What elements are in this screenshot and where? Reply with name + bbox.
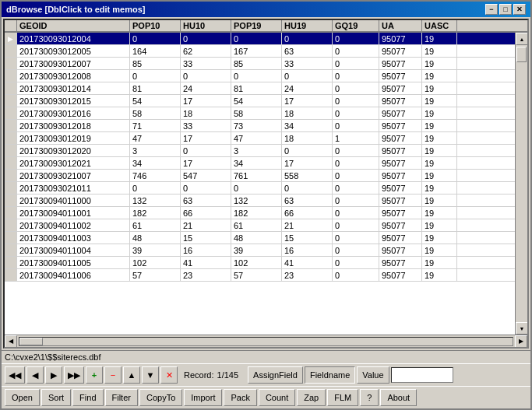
horizontal-scrollbar[interactable]: ◀ ▶ bbox=[5, 335, 527, 347]
table-row[interactable]: 2017300940110065723572309507719 bbox=[5, 269, 527, 282]
row-indicator bbox=[5, 182, 17, 194]
find-button[interactable]: Find bbox=[72, 389, 103, 406]
scroll-left-button[interactable]: ◀ bbox=[5, 335, 17, 348]
filter-button[interactable]: Filter bbox=[105, 389, 138, 406]
table-row[interactable]: 201730093021011000009507719 bbox=[5, 182, 527, 194]
scroll-thumb[interactable] bbox=[516, 47, 527, 62]
table-cell: 95077 bbox=[379, 157, 422, 169]
table-cell: 66 bbox=[282, 207, 333, 219]
nav-prev-button[interactable]: ◀ bbox=[26, 366, 44, 384]
row-indicator bbox=[5, 120, 17, 131]
pack-button[interactable]: Pack bbox=[224, 389, 256, 406]
table-cell: 102 bbox=[231, 257, 282, 268]
table-cell: 63 bbox=[282, 194, 333, 206]
scroll-right-button[interactable]: ▶ bbox=[515, 335, 527, 348]
table-cell: 0 bbox=[333, 182, 379, 194]
table-row[interactable]: ▶201730093012004000009507719 bbox=[5, 33, 527, 45]
table-cell: 132 bbox=[130, 194, 181, 206]
table-cell: 63 bbox=[181, 194, 231, 206]
table-row[interactable]: 201730094011001182661826609507719 bbox=[5, 207, 527, 219]
table-row[interactable]: 2017300940110043916391609507719 bbox=[5, 244, 527, 257]
col-header-ua[interactable]: UA bbox=[379, 20, 422, 31]
table-row[interactable]: 2017300930120213417341709507719 bbox=[5, 157, 527, 170]
col-header-hu10[interactable]: HU10 bbox=[181, 20, 231, 31]
row-indicator bbox=[5, 257, 17, 268]
scroll-up-button[interactable]: ▲ bbox=[516, 33, 527, 45]
table-row[interactable]: 2017300930120187133733409507719 bbox=[5, 120, 527, 132]
table-cell: 95077 bbox=[379, 269, 422, 281]
table-cell: 3 bbox=[130, 145, 181, 156]
bottom-toolbar: Open Sort Find Filter CopyTo Import Pack… bbox=[2, 386, 530, 408]
table-cell: 39 bbox=[130, 244, 181, 256]
table-cell: 0 bbox=[181, 33, 231, 44]
table-row[interactable]: 201730093012005164621676309507719 bbox=[5, 45, 527, 58]
col-header-pop10[interactable]: POP10 bbox=[130, 20, 181, 31]
table-row[interactable]: 2017300940110034815481509507719 bbox=[5, 232, 527, 244]
table-cell: 15 bbox=[282, 232, 333, 244]
nav-down-button[interactable]: ▼ bbox=[142, 366, 159, 384]
nav-last-button[interactable]: ▶▶ bbox=[64, 366, 84, 384]
fieldname-button[interactable]: Fieldname bbox=[305, 366, 355, 384]
table-cell: 81 bbox=[130, 82, 181, 94]
nav-delete-button[interactable]: − bbox=[104, 366, 122, 384]
value-button[interactable]: Value bbox=[357, 366, 389, 384]
close-button[interactable]: ✕ bbox=[513, 4, 526, 15]
table-row[interactable]: 20173009302100774654776155809507719 bbox=[5, 170, 527, 182]
table-cell: 95077 bbox=[379, 120, 422, 131]
table-row[interactable]: 2017300930120194717471819507719 bbox=[5, 132, 527, 145]
table-cell: 17 bbox=[181, 132, 231, 144]
maximize-button[interactable]: □ bbox=[499, 4, 512, 15]
minimize-button[interactable]: − bbox=[485, 4, 498, 15]
value-input[interactable] bbox=[391, 367, 453, 383]
table-cell: 167 bbox=[231, 45, 282, 57]
table-row[interactable]: 201730093012008000009507719 bbox=[5, 70, 527, 82]
table-row[interactable]: 201730094011005102411024109507719 bbox=[5, 257, 527, 269]
col-header-uasc[interactable]: UASC bbox=[422, 20, 457, 31]
table-content[interactable]: ▶201730093012004000009507719201730093012… bbox=[5, 33, 527, 335]
nav-up-button[interactable]: ▲ bbox=[123, 366, 140, 384]
table-cell: 201730093012019 bbox=[17, 132, 130, 144]
table-cell: 201730093012018 bbox=[17, 120, 130, 131]
table-cell: 24 bbox=[282, 82, 333, 94]
question-button[interactable]: ? bbox=[360, 389, 379, 406]
nav-cancel-button[interactable]: ✕ bbox=[160, 366, 178, 384]
zap-button[interactable]: Zap bbox=[297, 389, 326, 406]
table-row[interactable]: 2017300930120078533853309507719 bbox=[5, 58, 527, 70]
table-row[interactable]: 201730093012020303009507719 bbox=[5, 145, 527, 157]
table-cell: 33 bbox=[181, 58, 231, 69]
nav-first-button[interactable]: ◀◀ bbox=[5, 366, 25, 384]
about-button[interactable]: About bbox=[380, 389, 417, 406]
col-header-geoid[interactable]: GEOID bbox=[17, 20, 130, 31]
col-header-gq19[interactable]: GQ19 bbox=[333, 20, 379, 31]
window-title: dBrowse [DblClick to edit memos] bbox=[6, 5, 145, 14]
flm-button[interactable]: FLM bbox=[327, 389, 358, 406]
count-button[interactable]: Count bbox=[259, 389, 295, 406]
table-cell: 0 bbox=[333, 269, 379, 281]
col-header-pop19[interactable]: POP19 bbox=[231, 20, 282, 31]
table-cell: 19 bbox=[422, 194, 457, 206]
table-cell: 23 bbox=[282, 269, 333, 281]
table-cell: 201730093021011 bbox=[17, 182, 130, 194]
import-button[interactable]: Import bbox=[184, 389, 222, 406]
table-cell: 0 bbox=[282, 33, 333, 44]
copy-to-button[interactable]: CopyTo bbox=[139, 389, 182, 406]
assign-field-button[interactable]: AssignField bbox=[248, 366, 303, 384]
table-cell: 201730094011003 bbox=[17, 232, 130, 244]
scroll-down-button[interactable]: ▼ bbox=[516, 322, 527, 335]
sort-button[interactable]: Sort bbox=[41, 389, 71, 406]
table-cell: 0 bbox=[333, 145, 379, 156]
row-indicator bbox=[5, 244, 17, 256]
open-button[interactable]: Open bbox=[5, 389, 40, 406]
table-cell: 0 bbox=[333, 82, 379, 94]
scroll-thumb-h[interactable] bbox=[19, 338, 43, 345]
nav-next-button[interactable]: ▶ bbox=[45, 366, 62, 384]
table-cell: 95077 bbox=[379, 95, 422, 107]
table-row[interactable]: 2017300940110026121612109507719 bbox=[5, 219, 527, 232]
table-row[interactable]: 201730094011000132631326309507719 bbox=[5, 194, 527, 207]
vertical-scrollbar[interactable]: ▲ ▼ bbox=[515, 33, 527, 335]
col-header-hu19[interactable]: HU19 bbox=[282, 20, 333, 31]
table-row[interactable]: 2017300930120165818581809507719 bbox=[5, 107, 527, 120]
table-row[interactable]: 2017300930120148124812409507719 bbox=[5, 82, 527, 95]
nav-add-button[interactable]: + bbox=[86, 366, 103, 384]
table-row[interactable]: 2017300930120155417541709507719 bbox=[5, 95, 527, 107]
